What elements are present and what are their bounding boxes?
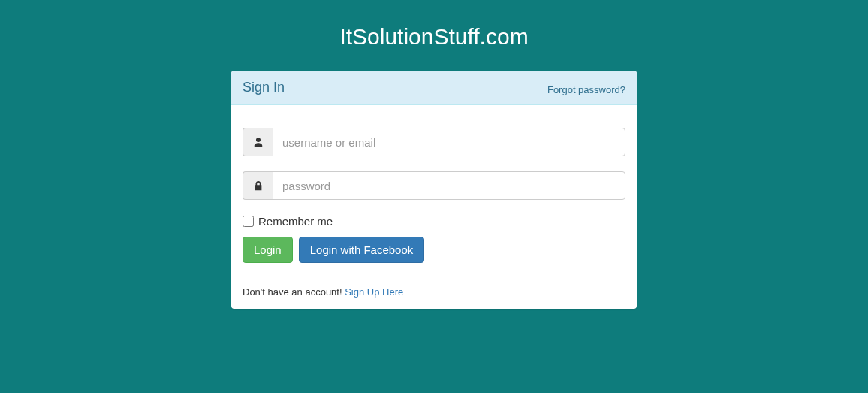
no-account-label: Don't have an account!: [243, 286, 345, 298]
remember-row: Remember me: [243, 215, 625, 228]
panel-body: Remember me Login Login with Facebook Do…: [231, 105, 637, 309]
remember-label: Remember me: [258, 215, 333, 228]
button-row: Login Login with Facebook: [243, 237, 625, 263]
user-icon: [243, 128, 273, 156]
lock-icon: [243, 171, 273, 200]
signup-text: Don't have an account! Sign Up Here: [243, 286, 625, 298]
panel-title: Sign In: [243, 80, 285, 95]
password-input[interactable]: [273, 171, 625, 200]
username-input[interactable]: [273, 128, 625, 156]
forgot-password-link[interactable]: Forgot password?: [547, 84, 625, 95]
page-title: ItSolutionStuff.com: [0, 0, 868, 71]
login-button[interactable]: Login: [243, 237, 293, 263]
login-facebook-button[interactable]: Login with Facebook: [299, 237, 425, 263]
login-panel: Sign In Forgot password? Remember me Log…: [231, 71, 637, 309]
username-group: [243, 128, 625, 156]
signup-link[interactable]: Sign Up Here: [345, 286, 403, 298]
remember-checkbox[interactable]: [243, 216, 254, 227]
divider: [243, 277, 625, 277]
password-group: [243, 171, 625, 200]
panel-header: Sign In Forgot password?: [231, 71, 637, 105]
